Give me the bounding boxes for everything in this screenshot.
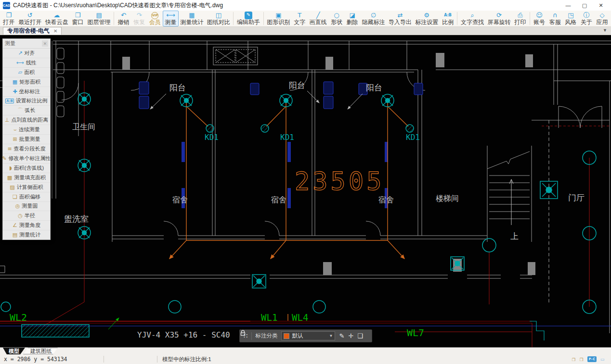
measure-panel-header[interactable]: 测量 ✕ (3, 39, 50, 49)
measure-item-measure-circle[interactable]: ◎测量圆 (3, 202, 50, 212)
toolbar-vip[interactable]: VIP会员 (147, 11, 163, 26)
toolbar-edit-assistant[interactable]: ✎编辑助手 (235, 11, 261, 26)
toolbar-text-search[interactable]: ⌕文字查找 (459, 11, 485, 26)
drawing-tab-active[interactable]: 专用宿舍楼-电气 ✕ (3, 27, 62, 35)
wl1-label: WL1 (261, 312, 277, 323)
maximize-button[interactable]: ▢ (576, 0, 593, 11)
cad-drawing[interactable]: 阳台 阳台 阳台 卫生间 盥洗室 宿舍 宿舍 宿舍 楼梯间 门厅 上 YJV-4… (0, 35, 611, 347)
toolbar-item-label: 账号 (533, 19, 545, 25)
measure-item-edit-single-annotation[interactable]: ✎修改单个标注属性 (3, 154, 50, 163)
measure-item-set-annotation-scale[interactable]: A:B设置标注比例 (3, 97, 50, 106)
classify-dropdown[interactable]: 默认 ▼ (281, 331, 335, 340)
toolbar-import-export[interactable]: ⇄导入导出 (387, 11, 413, 26)
toolbar-account[interactable]: ☺账号 (532, 11, 547, 26)
close-button[interactable]: ✕ (593, 0, 609, 11)
drawing-tab-label: 专用宿舍楼-电气 (7, 27, 50, 35)
measure-item-area-with-arc[interactable]: ◗面积(含弧线) (3, 163, 50, 173)
toolbar-annotation-settings[interactable]: ⚙标注设置 (414, 11, 440, 26)
edit-export-icon[interactable]: ❒ (580, 356, 583, 363)
toolbar-shape[interactable]: ○形状 (329, 11, 345, 26)
toolbar-style[interactable]: ◳风格 (563, 11, 579, 26)
export-image-icon[interactable]: ❐ (572, 356, 575, 363)
annotation-scale-text: 模型中的标注比例:1 (157, 356, 216, 363)
copy-annotation-icon[interactable]: ❑ (357, 332, 363, 339)
measure-item-coordinate[interactable]: ✚坐标标注 (3, 87, 50, 97)
align-icon: ↗ (18, 50, 22, 56)
toolbar-text[interactable]: T文字 (292, 11, 308, 26)
toolbar-redo[interactable]: ↷恢复 (131, 11, 147, 26)
measure-item-batch-measure[interactable]: ⊞批量测量 (3, 135, 50, 144)
tab-list-chevron-icon[interactable]: ▼ (603, 28, 607, 33)
move-annotation-icon[interactable]: ✛ (348, 332, 353, 339)
sheet-tab-bar: 模型 建筑图纸 (0, 347, 611, 354)
measure-item-measure-stats[interactable]: ▤测量统计 (3, 230, 50, 239)
toolbar-drawing-compare[interactable]: ◫图纸对比 (205, 11, 232, 26)
measurement-dimension-text[interactable]: 23505 (295, 167, 385, 196)
toolbar-undo[interactable]: ↶撤销 (116, 11, 131, 26)
measure-item-area[interactable]: ▱面积 (3, 68, 50, 77)
shape-icon: ○ (334, 12, 339, 19)
sheet-tab-arch-drawing[interactable]: 建筑图纸 (23, 348, 59, 354)
kd1-label: KD1 (205, 133, 219, 142)
about-icon: ⓘ (583, 12, 589, 19)
cad-canvas[interactable]: 阳台 阳台 阳台 卫生间 盥洗室 宿舍 宿舍 宿舍 楼梯间 门厅 上 YJV-4… (0, 35, 611, 347)
edit-assistant-icon: ✎ (245, 12, 252, 19)
print-icon: ⎙ (518, 12, 522, 19)
toolbar-layer-manager[interactable]: ▤图层管理 (86, 11, 112, 26)
tab-close-icon[interactable]: ✕ (53, 28, 57, 34)
toolbar-cloud-drive[interactable]: ☁快看云盘 (43, 11, 70, 26)
wl4-label: WL4 (292, 312, 308, 323)
toolbar-scale[interactable]: A:B比例 (440, 11, 456, 26)
toolbar-print[interactable]: ⎙打印 (512, 11, 528, 26)
measure-item-arc-length[interactable]: ⌒弧长 (3, 106, 50, 115)
edit-annotation-icon[interactable]: ✎ (339, 332, 344, 339)
toolbar-delete[interactable]: ◪删除 (344, 11, 360, 26)
balcony-label: 阳台 (289, 80, 305, 90)
toolbar-hide-annotation[interactable]: ∅隐藏标注 (360, 11, 387, 26)
toolbar-customer-service[interactable]: ∩客服 (547, 11, 563, 26)
toolbar-item-label: 测量 (165, 19, 176, 25)
measure-item-fill-area[interactable]: ▩测量填充面积 (3, 173, 50, 183)
measure-item-label: 连续测量 (19, 126, 40, 133)
toolbar-measure[interactable]: ⟷测量 (163, 11, 179, 26)
hide-annotation-icon: ∅ (371, 12, 376, 19)
annotation-settings-icon: ⚙ (424, 12, 429, 19)
measure-item-rect-area[interactable]: ▦矩形面积 (3, 77, 50, 87)
measure-item-radius[interactable]: ◷半径 (3, 211, 50, 221)
toilet-label: 卫生间 (72, 122, 95, 131)
socket-symbols (206, 125, 414, 132)
measure-item-continuous-measure[interactable]: ⌣连续测量 (3, 125, 50, 135)
measure-stats-icon: ▦ (189, 12, 195, 19)
toolbar-apps[interactable]: ◇应用 (594, 11, 610, 26)
measure-item-measure-angle[interactable]: ∠测量角度 (3, 221, 50, 230)
toolbar-measure-stats[interactable]: ▦测量统计 (179, 11, 205, 26)
toolbar-window[interactable]: ❒窗口 (70, 11, 86, 26)
measure-item-align[interactable]: ↗对齐 (3, 49, 50, 58)
customer-service-icon: ∩ (553, 12, 558, 19)
power-lines-red (0, 81, 610, 347)
toolbar-recent-open[interactable]: ↺最近打开 (17, 11, 43, 26)
scale-icon: A:B (444, 12, 452, 19)
toolbar-shape-recognition[interactable]: ▣图形识别 (265, 11, 292, 26)
toolbar-item-label: 屏幕旋转 (487, 19, 510, 25)
batch-measure-icon: ⊞ (13, 136, 17, 142)
measure-item-area-offset[interactable]: ❏面积偏移 (3, 192, 50, 202)
classify-color-swatch (284, 333, 289, 339)
toolbar-item-label: 关于 (581, 19, 592, 25)
collapse-icon[interactable]: ▭ (601, 356, 604, 363)
measure-item-linear[interactable]: ⟷线性 (3, 58, 50, 68)
undo-icon: ↶ (121, 12, 126, 19)
toolbar-open[interactable]: ❐打开 (1, 11, 17, 26)
status-bar-icons: ❐ ❒ P-C ▭ (572, 356, 611, 363)
pc-sync-icon[interactable]: P-C (587, 356, 597, 362)
minimize-button[interactable]: — (560, 0, 576, 11)
sheet-tab-model[interactable]: 模型 (2, 348, 26, 354)
measure-item-point-to-line[interactable]: ⊥点到直线的距离 (3, 115, 50, 125)
toolbar-screen-rotate[interactable]: ⟳屏幕旋转 (486, 11, 512, 26)
toolbar-about[interactable]: ⓘ关于 (579, 11, 595, 26)
measure-panel-close-icon[interactable]: ✕ (42, 40, 48, 47)
measure-item-label: 测量角度 (19, 222, 40, 229)
measure-item-segment-length[interactable]: ≡查看分段长度 (3, 144, 50, 154)
toolbar-draw-line[interactable]: ╱画直线 (308, 11, 329, 26)
measure-item-side-area[interactable]: ▨计算侧面积 (3, 183, 50, 192)
